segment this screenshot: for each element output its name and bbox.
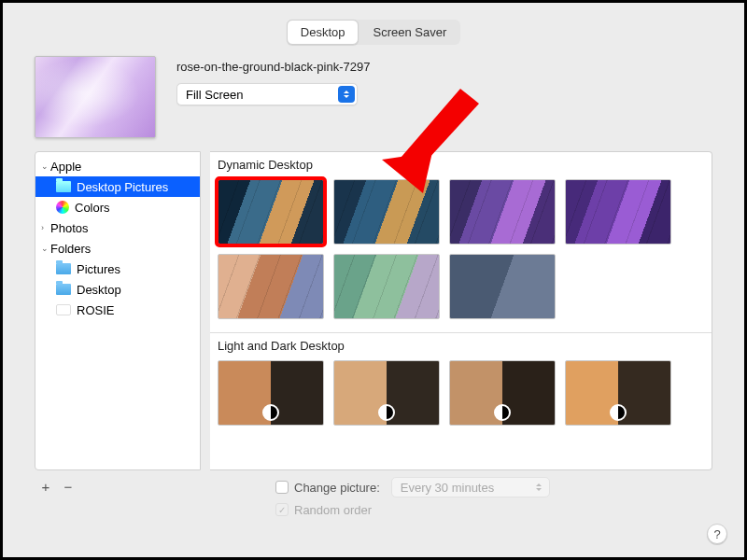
folder-icon — [56, 263, 71, 274]
wallpaper-thumb[interactable] — [449, 254, 556, 319]
sidebar-label: Colors — [75, 201, 110, 215]
current-wallpaper-row: rose-on-the-ground-black-pink-7297 Fill … — [3, 45, 744, 144]
sidebar-group-apple[interactable]: ⌄ Apple — [35, 156, 200, 176]
sidebar-group-folders[interactable]: ⌄ Folders — [35, 238, 200, 259]
fit-mode-dropdown[interactable]: Fill Screen — [176, 83, 358, 105]
fit-mode-value: Fill Screen — [186, 88, 243, 102]
change-picture-row: Change picture: Every 30 minutes — [275, 476, 550, 498]
sidebar-item-colors[interactable]: Colors — [35, 197, 200, 217]
help-button[interactable]: ? — [707, 524, 727, 544]
sidebar-label: Apple — [50, 160, 81, 174]
interval-value: Every 30 minutes — [401, 481, 494, 495]
random-order-row: Random order — [275, 498, 550, 521]
updown-arrows-icon — [532, 481, 545, 494]
light-dark-icon — [262, 404, 279, 421]
folder-icon — [56, 304, 71, 315]
tab-screen-saver[interactable]: Screen Saver — [359, 20, 460, 45]
sidebar-label: Photos — [50, 221, 88, 235]
light-dark-icon — [378, 404, 395, 421]
current-wallpaper-preview — [35, 56, 156, 138]
change-picture-label: Change picture: — [294, 481, 380, 495]
section-light-dark-desktop: Light and Dark Desktop — [210, 333, 712, 357]
add-remove-group: + − — [35, 476, 79, 497]
tab-desktop[interactable]: Desktop — [287, 20, 359, 45]
current-wallpaper-info: rose-on-the-ground-black-pink-7297 Fill … — [176, 56, 712, 105]
wallpaper-thumb[interactable] — [565, 179, 671, 245]
wallpaper-thumb[interactable] — [218, 254, 324, 319]
sidebar-label: Desktop Pictures — [77, 180, 168, 194]
folder-icon — [56, 181, 71, 192]
lightdark-grid — [210, 357, 712, 439]
dynamic-grid — [210, 175, 712, 332]
desktop-prefs-window: Desktop Screen Saver rose-on-the-ground-… — [0, 0, 747, 560]
wallpaper-thumb[interactable] — [449, 179, 556, 245]
section-dynamic-desktop: Dynamic Desktop — [210, 152, 712, 175]
sidebar-label: Folders — [50, 242, 91, 256]
wallpaper-thumb[interactable] — [449, 360, 556, 426]
source-sidebar[interactable]: ⌄ Apple Desktop Pictures Colors › Photos… — [35, 151, 201, 470]
sidebar-label: Pictures — [77, 262, 120, 276]
sidebar-group-photos[interactable]: › Photos — [35, 217, 200, 238]
sidebar-item-desktop-folder[interactable]: Desktop — [35, 279, 200, 300]
updown-arrows-icon — [338, 86, 355, 103]
color-wheel-icon — [56, 201, 69, 214]
wallpaper-grid-pane[interactable]: Dynamic Desktop Light and Dark Desktop — [210, 151, 712, 470]
wallpaper-thumb[interactable] — [218, 179, 324, 245]
light-dark-icon — [610, 404, 627, 421]
light-dark-icon — [494, 404, 511, 421]
add-folder-button[interactable]: + — [35, 476, 57, 497]
sidebar-item-pictures[interactable]: Pictures — [35, 259, 200, 279]
main-area: ⌄ Apple Desktop Pictures Colors › Photos… — [3, 144, 744, 470]
random-order-checkbox — [275, 503, 289, 516]
random-order-label: Random order — [294, 503, 372, 517]
change-picture-controls: Change picture: Every 30 minutes Random … — [275, 476, 550, 521]
change-picture-checkbox[interactable] — [275, 481, 289, 494]
sidebar-label: ROSIE — [77, 303, 114, 317]
tab-group: Desktop Screen Saver — [287, 20, 460, 45]
folder-icon — [56, 284, 71, 295]
wallpaper-thumb[interactable] — [218, 360, 324, 426]
wallpaper-thumb[interactable] — [333, 360, 440, 426]
wallpaper-thumb[interactable] — [333, 254, 440, 319]
sidebar-item-rosie[interactable]: ROSIE — [35, 300, 200, 320]
chevron-down-icon: ⌄ — [41, 161, 50, 171]
tab-bar: Desktop Screen Saver — [3, 3, 744, 45]
sidebar-item-desktop-pictures[interactable]: Desktop Pictures — [35, 176, 200, 197]
wallpaper-thumb[interactable] — [565, 360, 671, 426]
bottom-bar: + − Change picture: Every 30 minutes Ran… — [3, 470, 744, 521]
remove-folder-button[interactable]: − — [57, 476, 79, 497]
chevron-down-icon: ⌄ — [41, 244, 50, 253]
wallpaper-thumb[interactable] — [333, 179, 440, 245]
chevron-right-icon: › — [41, 223, 50, 232]
current-wallpaper-name: rose-on-the-ground-black-pink-7297 — [176, 60, 712, 74]
interval-dropdown[interactable]: Every 30 minutes — [391, 477, 550, 497]
sidebar-label: Desktop — [77, 283, 121, 297]
